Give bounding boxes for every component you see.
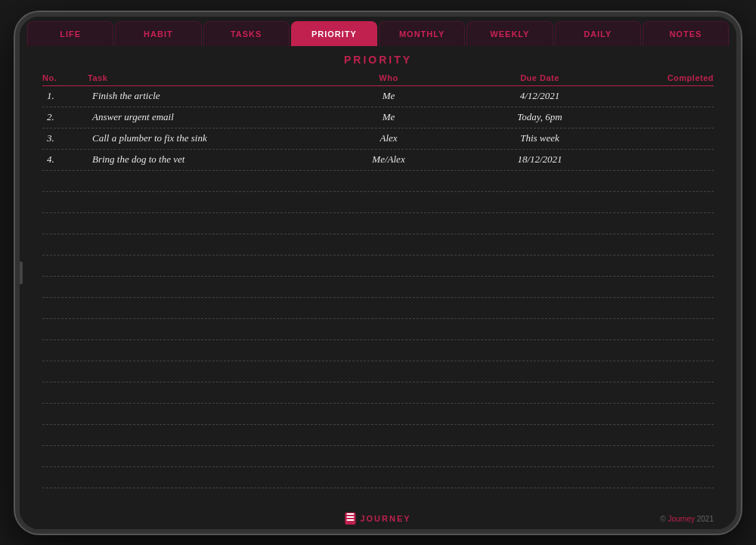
cell-no — [42, 347, 88, 353]
table-row — [42, 340, 714, 361]
cell-completed — [615, 262, 714, 268]
cell-no — [42, 305, 88, 311]
table-body: 1. Finish the article Me 4/12/2021 2. An… — [42, 86, 714, 509]
cell-due-date — [464, 495, 615, 501]
tab-daily[interactable]: DAILY — [555, 21, 641, 46]
cell-task — [88, 199, 313, 205]
priority-table: No. Task Who Due Date Completed 1. Finis… — [20, 70, 736, 509]
cell-completed — [615, 347, 714, 353]
cell-due-date — [464, 410, 615, 416]
cell-who — [313, 474, 464, 480]
cell-who — [313, 220, 464, 226]
cell-who — [313, 410, 464, 416]
cell-task — [88, 368, 313, 374]
cell-task: Call a plumber to fix the sink — [88, 129, 313, 147]
cell-due-date: Today, 6pm — [464, 108, 615, 126]
table-row: 1. Finish the article Me 4/12/2021 — [42, 86, 714, 107]
cell-task — [88, 326, 313, 332]
cell-completed — [615, 389, 714, 395]
cell-completed — [615, 410, 714, 416]
cell-task — [88, 453, 313, 459]
cell-who: Alex — [313, 129, 464, 147]
tab-monthly[interactable]: MONTHLY — [379, 21, 465, 46]
cell-no: 1. — [42, 87, 88, 105]
cell-task — [88, 220, 313, 226]
cell-who — [313, 178, 464, 184]
tab-life[interactable]: LIFE — [27, 21, 113, 46]
footer-copyright: © Journey 2021 — [660, 515, 714, 523]
table-row — [42, 192, 714, 213]
cell-completed — [615, 93, 714, 99]
table-row — [42, 234, 714, 255]
cell-completed — [615, 326, 714, 332]
cell-due-date — [464, 241, 615, 247]
cell-due-date: This week — [464, 129, 615, 147]
cell-no — [42, 410, 88, 416]
table-row — [42, 298, 714, 319]
main-content: PRIORITY No. Task Who Due Date Completed… — [20, 46, 736, 529]
cell-who: Me — [313, 87, 464, 105]
cell-completed — [615, 178, 714, 184]
cell-task — [88, 262, 313, 268]
cell-completed — [615, 156, 714, 163]
cell-task — [88, 178, 313, 184]
table-header: No. Task Who Due Date Completed — [42, 70, 714, 86]
tab-habit[interactable]: HABIT — [115, 21, 201, 46]
cell-due-date — [464, 199, 615, 205]
tab-priority[interactable]: PRIORITY — [291, 21, 377, 46]
cell-who — [313, 199, 464, 205]
table-row — [42, 277, 714, 298]
cell-no: 2. — [42, 108, 88, 126]
cell-completed — [615, 368, 714, 374]
table-row — [42, 213, 714, 234]
cell-who — [313, 432, 464, 438]
cell-task: Finish the article — [88, 87, 313, 105]
table-row: 2. Answer urgent email Me Today, 6pm — [42, 107, 714, 129]
cell-no: 3. — [42, 129, 88, 147]
cell-task — [88, 410, 313, 416]
cell-who — [313, 262, 464, 268]
col-completed: Completed — [615, 73, 714, 82]
tabs-bar: LIFE HABIT TASKS PRIORITY MONTHLY WEEKLY… — [20, 17, 736, 46]
table-row — [42, 488, 714, 509]
tab-notes[interactable]: NOTES — [643, 21, 729, 46]
cell-no — [42, 262, 88, 268]
cell-who — [313, 453, 464, 459]
cell-due-date — [464, 453, 615, 459]
cell-who: Me — [313, 108, 464, 126]
cell-no — [42, 474, 88, 480]
cell-task: Answer urgent email — [88, 108, 313, 126]
col-due-date: Due Date — [464, 73, 615, 82]
tab-tasks[interactable]: TASKS — [203, 21, 290, 46]
cell-task — [88, 283, 313, 290]
cell-due-date — [464, 368, 615, 374]
cell-who — [313, 283, 464, 290]
cell-due-date — [464, 389, 615, 395]
journey-link[interactable]: Journey — [668, 515, 695, 523]
cell-completed — [615, 432, 714, 438]
cell-due-date — [464, 347, 615, 353]
cell-who — [313, 368, 464, 374]
cell-who — [313, 389, 464, 395]
cell-no — [42, 326, 88, 332]
footer-center: JOURNEY — [345, 512, 411, 525]
cell-due-date — [464, 178, 615, 184]
cell-no — [42, 199, 88, 205]
cell-who — [313, 347, 464, 353]
cell-no — [42, 368, 88, 374]
tab-weekly[interactable]: WEEKLY — [466, 21, 553, 46]
cell-who — [313, 305, 464, 311]
cell-task — [88, 432, 313, 438]
cell-task — [88, 347, 313, 353]
table-row — [42, 425, 714, 446]
cell-task: Bring the dog to the vet — [88, 150, 313, 169]
cell-due-date — [464, 474, 615, 480]
device-frame: LIFE HABIT TASKS PRIORITY MONTHLY WEEKLY… — [15, 12, 741, 534]
cell-completed — [615, 305, 714, 311]
cell-due-date: 4/12/2021 — [464, 87, 615, 105]
cell-no — [42, 453, 88, 459]
cell-due-date — [464, 220, 615, 226]
cell-task — [88, 305, 313, 311]
table-row: 4. Bring the dog to the vet Me/Alex 18/1… — [42, 150, 714, 171]
table-row — [42, 467, 714, 488]
